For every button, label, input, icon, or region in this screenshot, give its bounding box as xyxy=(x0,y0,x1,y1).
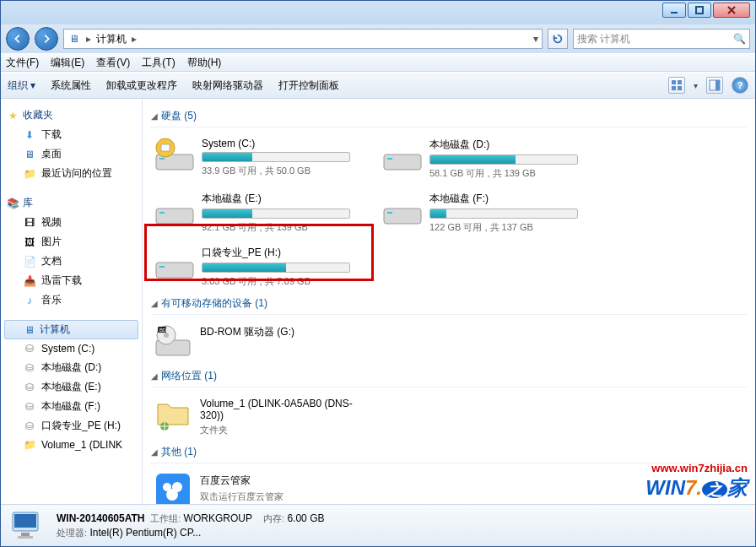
video-icon: 🎞 xyxy=(23,216,36,230)
sidebar-item[interactable]: ⛁本地磁盘 (F:) xyxy=(4,397,138,416)
sidebar-item[interactable]: ⛁口袋专业_PE (H:) xyxy=(4,416,138,436)
svg-rect-9 xyxy=(159,158,165,160)
menu-edit[interactable]: 编辑(E) xyxy=(51,56,84,70)
usage-bar xyxy=(202,152,350,162)
svg-rect-11 xyxy=(161,144,170,151)
download-icon: ⬇ xyxy=(23,128,36,142)
category-network[interactable]: ◢网络位置 (1) xyxy=(151,364,747,387)
bdrom-drive[interactable]: BD BD-ROM 驱动器 (G:) xyxy=(151,320,370,364)
status-bar: WIN-20140605ATH 工作组: WORKGROUP 内存: 6.00 … xyxy=(1,504,755,546)
svg-rect-32 xyxy=(21,533,30,536)
search-input[interactable]: 搜索 计算机 🔍 xyxy=(573,29,750,49)
usage-bar xyxy=(202,263,350,273)
svg-rect-0 xyxy=(671,12,678,14)
address-bar[interactable]: 🖥 ▸ 计算机 ▸ ▾ xyxy=(63,29,543,49)
drive-d[interactable]: 本地磁盘 (D:)58.1 GB 可用 , 共 139 GB xyxy=(379,133,581,183)
baidu-cloud[interactable]: 百度云管家双击运行百度云管家 xyxy=(151,468,370,504)
network-folder-icon xyxy=(154,396,192,433)
favorites-header[interactable]: ★收藏夹 xyxy=(4,106,138,125)
libraries-header[interactable]: 📚库 xyxy=(4,193,138,213)
sidebar-item[interactable]: ♪音乐 xyxy=(4,290,138,310)
computer-icon xyxy=(9,507,46,544)
view-button[interactable] xyxy=(668,77,685,94)
drive-icon xyxy=(382,190,423,227)
desktop-icon: 🖥 xyxy=(23,148,36,161)
svg-point-22 xyxy=(164,333,169,338)
svg-rect-5 xyxy=(678,86,682,90)
menu-view[interactable]: 查看(V) xyxy=(96,56,130,70)
minimize-button[interactable] xyxy=(662,3,686,18)
uninstall-button[interactable]: 卸载或更改程序 xyxy=(106,79,177,93)
computer-header[interactable]: 🖥计算机 xyxy=(4,320,138,339)
maximize-button[interactable] xyxy=(688,3,711,18)
breadcrumb-sep: ▸ xyxy=(86,33,91,45)
sidebar-item[interactable]: 🖼图片 xyxy=(4,232,138,252)
sidebar-item[interactable]: 🎞视频 xyxy=(4,213,138,232)
svg-rect-7 xyxy=(716,80,720,90)
main-content: ◢硬盘 (5) System (C:)33.9 GB 可用 , 共 50.0 G… xyxy=(143,99,755,504)
sidebar-item[interactable]: 📄文档 xyxy=(4,252,138,271)
category-other[interactable]: ◢其他 (1) xyxy=(151,440,747,463)
drive-icon: ⛁ xyxy=(23,342,36,355)
sidebar-item[interactable]: ⛁本地磁盘 (D:) xyxy=(4,358,138,377)
menu-bar: 文件(F) 编辑(E) 查看(V) 工具(T) 帮助(H) xyxy=(1,53,755,72)
collapse-icon: ◢ xyxy=(151,111,158,121)
menu-tools[interactable]: 工具(T) xyxy=(142,56,175,70)
drive-f[interactable]: 本地磁盘 (F:)122 GB 可用 , 共 137 GB xyxy=(379,187,581,237)
svg-text:BD: BD xyxy=(159,328,167,333)
drive-h[interactable]: 口袋专业_PE (H:)3.03 GB 可用 , 共 7.09 GB xyxy=(151,241,354,291)
drive-icon: ⛁ xyxy=(23,361,36,375)
forward-button[interactable] xyxy=(35,27,58,51)
thunder-icon: 📥 xyxy=(23,274,36,288)
sidebar-item[interactable]: ⛁本地磁盘 (E:) xyxy=(4,377,138,397)
sidebar-item[interactable]: 📥迅雷下载 xyxy=(4,271,138,290)
view-dropdown[interactable]: ▾ xyxy=(694,81,698,90)
sidebar-item[interactable]: ⛁System (C:) xyxy=(4,339,138,358)
svg-point-29 xyxy=(166,489,178,501)
search-placeholder: 搜索 计算机 xyxy=(577,32,630,46)
titlebar xyxy=(1,1,755,24)
collapse-icon: ◢ xyxy=(151,447,158,457)
svg-rect-13 xyxy=(387,158,392,160)
map-network-button[interactable]: 映射网络驱动器 xyxy=(192,79,263,93)
usage-bar xyxy=(429,209,578,219)
menu-file[interactable]: 文件(F) xyxy=(6,56,39,70)
svg-rect-18 xyxy=(156,263,193,278)
dropdown-icon[interactable]: ▾ xyxy=(533,33,538,45)
close-button[interactable] xyxy=(713,3,750,18)
control-panel-button[interactable]: 打开控制面板 xyxy=(278,79,339,93)
refresh-button[interactable] xyxy=(548,29,568,49)
svg-rect-31 xyxy=(14,514,36,528)
sidebar: ★收藏夹 ⬇下载 🖥桌面 📁最近访问的位置 📚库 🎞视频 🖼图片 📄文档 📥迅雷… xyxy=(1,99,143,504)
drive-c[interactable]: System (C:)33.9 GB 可用 , 共 50.0 GB xyxy=(151,133,354,183)
category-removable[interactable]: ◢有可移动存储的设备 (1) xyxy=(151,291,747,315)
preview-pane-button[interactable] xyxy=(706,77,723,94)
sidebar-item[interactable]: ⬇下载 xyxy=(4,125,138,144)
menu-help[interactable]: 帮助(H) xyxy=(187,56,222,70)
system-properties-button[interactable]: 系统属性 xyxy=(51,79,91,93)
svg-rect-14 xyxy=(156,209,193,224)
svg-rect-12 xyxy=(384,154,421,170)
network-volume[interactable]: Volume_1 (DLINK-0A5AB0 (DNS-320))文件夹 xyxy=(151,393,370,440)
documents-icon: 📄 xyxy=(23,255,36,268)
nav-row: 🖥 ▸ 计算机 ▸ ▾ 搜索 计算机 🔍 xyxy=(1,24,755,53)
breadcrumb-text[interactable]: 计算机 xyxy=(96,32,127,46)
svg-rect-33 xyxy=(18,536,33,539)
drive-e[interactable]: 本地磁盘 (E:)92.1 GB 可用 , 共 139 GB xyxy=(151,187,354,237)
svg-rect-15 xyxy=(159,212,165,214)
search-icon: 🔍 xyxy=(732,32,746,46)
sidebar-item[interactable]: 📁最近访问的位置 xyxy=(4,164,138,183)
drive-icon xyxy=(154,136,195,173)
collapse-icon: ◢ xyxy=(151,299,158,308)
collapse-icon: ◢ xyxy=(151,371,158,381)
optical-drive-icon: BD xyxy=(154,323,192,360)
organize-button[interactable]: 组织 ▾ xyxy=(8,79,35,93)
sidebar-item[interactable]: 📁Volume_1 (DLINK xyxy=(4,436,138,454)
help-button[interactable]: ? xyxy=(732,77,748,94)
folder-icon: 📁 xyxy=(23,438,36,452)
toolbar: 组织 ▾ 系统属性 卸载或更改程序 映射网络驱动器 打开控制面板 ▾ ? xyxy=(1,72,755,99)
back-button[interactable] xyxy=(6,27,30,51)
category-hdd[interactable]: ◢硬盘 (5) xyxy=(151,104,747,127)
sidebar-item[interactable]: 🖥桌面 xyxy=(4,144,138,164)
svg-rect-2 xyxy=(672,80,676,84)
